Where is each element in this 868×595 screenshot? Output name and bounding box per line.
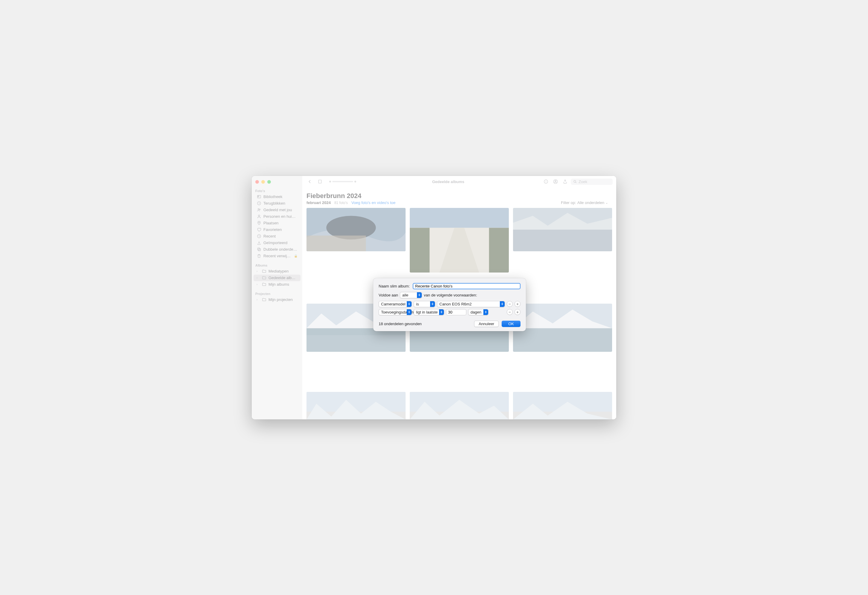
- people-button[interactable]: [552, 178, 559, 185]
- sidebar-item-dubbele[interactable]: Dubbele onderdelen: [254, 246, 301, 253]
- condition-row-1: Cameramodel is Canon EOS R6m2 − +: [379, 301, 521, 307]
- zoom-slider[interactable]: [332, 181, 353, 182]
- remove-rule-button[interactable]: −: [507, 309, 513, 315]
- library-icon: [257, 194, 261, 199]
- select-caret-icon: [483, 309, 488, 315]
- sidebar-section-albums: Albums: [252, 262, 302, 268]
- remove-rule-button[interactable]: −: [507, 301, 513, 307]
- sidebar-item-geimporteerd[interactable]: Geïmporteerd: [254, 240, 301, 246]
- photo-thumbnail[interactable]: [307, 392, 406, 419]
- add-rule-button[interactable]: +: [515, 309, 521, 315]
- app-window: Foto's Bibliotheek Terugblikken Gedeeld …: [252, 176, 616, 420]
- photo-thumbnail[interactable]: [513, 303, 612, 352]
- photo-thumbnail[interactable]: [307, 208, 406, 251]
- clock-icon: [257, 234, 261, 239]
- search-input[interactable]: Zoek: [571, 178, 613, 185]
- name-label: Naam slim album:: [379, 284, 410, 289]
- sidebar-item-terugblikken[interactable]: Terugblikken: [254, 200, 301, 207]
- heart-icon: [257, 227, 261, 232]
- photo-thumbnail[interactable]: [513, 392, 612, 419]
- memories-icon: [257, 201, 261, 206]
- sidebar-item-favorieten[interactable]: Favorieten: [254, 227, 301, 233]
- photo-thumbnail[interactable]: [410, 208, 509, 272]
- trash-icon: [257, 254, 261, 258]
- sidebar-item-verwijderd[interactable]: Recent verwijderd 🔒: [254, 253, 301, 259]
- svg-point-3: [258, 209, 259, 210]
- filter-dropdown[interactable]: Filter op: Alle onderdelen ⌄: [561, 200, 612, 205]
- photo-thumbnail[interactable]: [513, 208, 612, 251]
- chevron-right-icon[interactable]: ›: [257, 283, 260, 286]
- back-button[interactable]: [306, 178, 314, 185]
- shared-with-you-icon: [257, 208, 261, 212]
- svg-rect-8: [258, 249, 261, 251]
- match-prefix: Voldoe aan: [379, 293, 398, 298]
- album-count: 81 foto's: [334, 201, 348, 205]
- rule2-unit-select[interactable]: dagen: [468, 309, 489, 315]
- add-photos-link[interactable]: Voeg foto's en video's toe: [351, 200, 396, 205]
- match-mode-select[interactable]: alle: [400, 292, 422, 298]
- sidebar-item-plaatsen[interactable]: Plaatsen: [254, 220, 301, 227]
- photo-thumbnail[interactable]: [410, 392, 509, 419]
- rule1-op-select[interactable]: is: [414, 301, 435, 307]
- condition-row-2: Toevoegingsdatum ligt in laatste dagen −…: [379, 309, 521, 315]
- rule1-field-select[interactable]: Cameramodel: [379, 301, 412, 307]
- people-pets-icon: [257, 214, 261, 219]
- svg-rect-21: [489, 228, 509, 272]
- svg-rect-28: [410, 328, 509, 352]
- select-caret-icon: [500, 301, 505, 307]
- album-title: Fieberbrunn 2024: [307, 192, 612, 200]
- folder-icon: [261, 275, 266, 280]
- rule2-value-input[interactable]: [446, 309, 466, 315]
- sidebar-item-personen[interactable]: Personen en huisdieren: [254, 213, 301, 220]
- traffic-lights: [252, 178, 302, 188]
- window-close-button[interactable]: [255, 180, 259, 184]
- album-header: Fieberbrunn 2024 februari 2024 81 foto's…: [302, 192, 616, 205]
- ok-button[interactable]: OK: [502, 321, 521, 327]
- sidebar: Foto's Bibliotheek Terugblikken Gedeeld …: [252, 176, 302, 420]
- chevron-right-icon[interactable]: ›: [257, 276, 260, 280]
- lock-icon: 🔒: [294, 254, 298, 258]
- svg-rect-26: [307, 335, 406, 352]
- folder-icon: [261, 298, 266, 302]
- rule1-value-select[interactable]: Canon EOS R6m2: [437, 301, 505, 307]
- album-name-input[interactable]: [413, 283, 521, 289]
- found-count: 18 onderdelen gevonden: [379, 322, 422, 326]
- window-zoom-button[interactable]: [267, 180, 271, 184]
- svg-rect-17: [307, 236, 366, 251]
- sidebar-section-projecten: Projecten: [252, 291, 302, 296]
- svg-rect-20: [410, 228, 430, 272]
- svg-rect-10: [319, 180, 321, 183]
- folder-icon: [261, 282, 266, 287]
- svg-point-6: [258, 222, 259, 223]
- window-minimize-button[interactable]: [261, 180, 265, 184]
- sidebar-item-recent[interactable]: Recent: [254, 233, 301, 240]
- sidebar-item-mediatypen[interactable]: › Mediatypen: [254, 268, 301, 275]
- chevron-right-icon[interactable]: ›: [257, 270, 260, 273]
- sidebar-item-mijn-projecten[interactable]: › Mijn projecten: [254, 296, 301, 303]
- toolbar-title: Gedeelde albums: [357, 180, 540, 184]
- add-rule-button[interactable]: +: [515, 301, 521, 307]
- select-caret-icon: [407, 309, 412, 315]
- sidebar-item-gedeeld-met-jou[interactable]: Gedeeld met jou: [254, 207, 301, 213]
- folder-icon: [261, 269, 266, 274]
- rule2-op-select[interactable]: ligt in laatste: [414, 309, 444, 315]
- sidebar-item-bibliotheek[interactable]: Bibliotheek: [254, 194, 301, 200]
- info-button[interactable]: [542, 178, 550, 185]
- aspect-toggle-button[interactable]: [316, 178, 324, 185]
- svg-rect-9: [257, 248, 260, 250]
- sidebar-section-fotos: Foto's: [252, 188, 302, 194]
- sidebar-item-gedeelde-albums[interactable]: › Gedeelde albums: [254, 275, 301, 281]
- svg-rect-18: [410, 208, 509, 228]
- select-caret-icon: [430, 301, 435, 307]
- duplicates-icon: [257, 247, 261, 252]
- search-placeholder: Zoek: [579, 180, 587, 184]
- rule2-field-select[interactable]: Toevoegingsdatum: [379, 309, 412, 315]
- sidebar-item-mijn-albums[interactable]: › Mijn albums: [254, 281, 301, 288]
- chevron-right-icon[interactable]: ›: [257, 298, 260, 301]
- svg-point-14: [574, 180, 576, 183]
- cancel-button[interactable]: Annuleer: [474, 321, 499, 327]
- places-icon: [257, 221, 261, 225]
- svg-point-5: [258, 215, 260, 216]
- share-button[interactable]: [561, 178, 569, 185]
- svg-rect-1: [258, 196, 258, 197]
